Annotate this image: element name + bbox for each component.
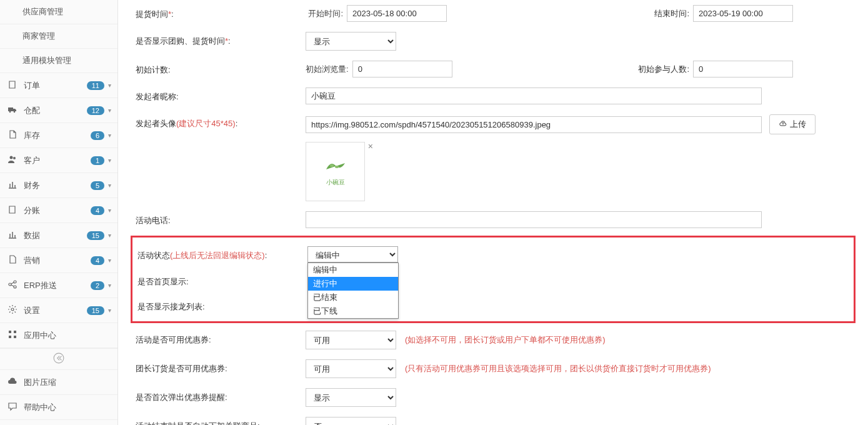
sidebar-item-order[interactable]: 订单 11 ▾ — [0, 73, 117, 98]
sidebar-badge: 5 — [91, 181, 104, 190]
row-coupon: 活动是否可用优惠券: 可用 (如选择不可用，团长订货或用户下单都不可使用优惠券) — [131, 326, 856, 354]
sidebar-item-label: 分账 — [24, 205, 91, 216]
label-sponsor-nick: 发起者昵称: — [131, 88, 306, 102]
label-init-views: 初始浏览量: — [306, 64, 349, 75]
init-participants-input[interactable] — [693, 61, 793, 78]
sidebar-badge: 15 — [87, 231, 104, 240]
end-time-input[interactable] — [693, 5, 793, 22]
first-popup-select[interactable]: 显示 — [306, 388, 396, 407]
sidebar-item-label: 设置 — [24, 305, 87, 316]
svg-point-7 — [11, 308, 14, 311]
chevron-down-icon: ▾ — [108, 132, 111, 139]
sidebar-item-label: 库存 — [24, 130, 91, 141]
sidebar-item-inventory[interactable]: 库存 6 ▾ — [0, 123, 117, 148]
users-icon — [7, 154, 19, 166]
svg-point-0 — [9, 111, 11, 113]
sidebar-badge: 11 — [87, 81, 104, 90]
svg-rect-10 — [9, 336, 11, 338]
chevron-down-icon: ▾ — [108, 232, 111, 239]
row-show-group-time: 是否显示团购、提货时间*: 显示 — [131, 27, 856, 56]
sidebar-item-finance[interactable]: 财务 5 ▾ — [0, 173, 117, 198]
sidebar-sub-common[interactable]: 通用模块管理 — [0, 49, 117, 73]
svg-point-3 — [13, 157, 16, 159]
show-group-select[interactable]: 显示 — [306, 32, 396, 51]
coupon-select[interactable]: 可用 — [306, 331, 396, 349]
status-dropdown-list: 编辑中 进行中 已结束 已下线 — [307, 262, 399, 319]
svg-point-1 — [14, 111, 16, 113]
label-start-time: 开始时间: — [306, 8, 343, 19]
sidebar-item-help[interactable]: 帮助中心 — [0, 395, 117, 420]
avatar-preview: × 小碗豆 — [306, 142, 365, 201]
svg-point-2 — [10, 156, 13, 159]
truck-icon — [7, 104, 19, 116]
chart-icon — [7, 179, 19, 191]
sidebar-item-split[interactable]: 分账 4 ▾ — [0, 198, 117, 223]
book-icon — [7, 79, 19, 91]
remove-image-icon[interactable]: × — [368, 141, 373, 151]
row-sponsor-avatar: 发起者头像(建议尺寸45*45): 上传 × 小碗豆 — [131, 109, 856, 206]
sidebar-item-label: 订单 — [24, 80, 87, 91]
label-leader-coupon: 团长订货是否可用优惠券: — [131, 359, 306, 374]
label-init-count: 初始计数: — [131, 61, 306, 76]
label-status: 活动状态(上线后无法回退编辑状态): — [132, 246, 307, 261]
chevron-down-icon: ▾ — [108, 82, 111, 89]
sidebar-sub-supplier[interactable]: 供应商管理 — [0, 0, 117, 24]
sidebar-badge: 1 — [91, 156, 104, 165]
sidebar-item-data[interactable]: 数据 15 ▾ — [0, 223, 117, 248]
chevron-down-icon: ▾ — [108, 157, 111, 164]
bean-logo-icon — [323, 156, 348, 175]
auto-off-select[interactable]: 否 — [306, 417, 396, 425]
row-is-home: 是否首页显示: — [132, 268, 854, 292]
gear-icon — [7, 304, 19, 316]
row-first-popup: 是否首次弹出优惠券提醒: 显示 — [131, 383, 856, 412]
sidebar-item-label: ERP推送 — [24, 280, 91, 291]
svg-point-4 — [14, 281, 16, 283]
status-option-ended[interactable]: 已结束 — [308, 291, 398, 304]
leader-coupon-hint: (只有活动可用优惠券可用且该选项选择可用，团长以供货价直接订货时才可用优惠券) — [405, 363, 711, 374]
sidebar-sub-merchant[interactable]: 商家管理 — [0, 24, 117, 49]
status-option-offline[interactable]: 已下线 — [308, 304, 398, 318]
sidebar-item-label: 应用中心 — [24, 330, 111, 341]
phone-input[interactable] — [306, 211, 762, 228]
init-views-input[interactable] — [352, 61, 452, 78]
chevron-down-icon: ▾ — [108, 257, 111, 264]
label-auto-off: 活动结束时是否自动下架关联商品: — [131, 417, 306, 425]
svg-point-6 — [14, 286, 16, 288]
sidebar-item-label: 帮助中心 — [24, 402, 111, 413]
svg-point-12 — [54, 353, 64, 363]
coupon-hint: (如选择不可用，团长订货或用户下单都不可使用优惠券) — [405, 334, 606, 346]
sidebar-item-warehouse[interactable]: 仓配 12 ▾ — [0, 98, 117, 123]
status-option-in-progress[interactable]: 进行中 — [308, 277, 398, 291]
label-phone: 活动电话: — [131, 211, 306, 226]
sponsor-avatar-input[interactable] — [306, 116, 762, 133]
start-time-input[interactable] — [347, 5, 447, 22]
sidebar-item-label: 客户 — [24, 155, 91, 166]
label-pickup-time: 提货时间*: — [131, 5, 306, 20]
status-option-editing[interactable]: 编辑中 — [308, 263, 398, 277]
svg-rect-11 — [14, 336, 16, 338]
label-end-time: 结束时间: — [654, 8, 689, 19]
sidebar-item-apps[interactable]: 应用中心 — [0, 323, 117, 348]
sidebar-badge: 2 — [91, 281, 104, 290]
upload-button[interactable]: 上传 — [769, 114, 816, 134]
leader-coupon-select[interactable]: 可用 — [306, 359, 396, 378]
svg-rect-9 — [14, 331, 16, 333]
sidebar-item-compress[interactable]: 图片压缩 — [0, 370, 117, 395]
sidebar-collapse-button[interactable] — [0, 348, 117, 370]
status-select[interactable]: 编辑中 — [307, 246, 398, 262]
sidebar-badge: 15 — [87, 306, 104, 315]
chevron-down-icon: ▾ — [108, 207, 111, 214]
sidebar-item-erp[interactable]: ERP推送 2 ▾ — [0, 273, 117, 298]
share-icon — [7, 279, 19, 291]
highlighted-section: 活动状态(上线后无法回退编辑状态): 编辑中 编辑中 进行中 已结束 已下线 是… — [131, 236, 856, 323]
file-icon — [7, 129, 19, 141]
sidebar-item-label: 仓配 — [24, 105, 87, 116]
row-leader-coupon: 团长订货是否可用优惠券: 可用 (只有活动可用优惠券可用且该选项选择可用，团长以… — [131, 354, 856, 383]
sponsor-nick-input[interactable] — [306, 88, 762, 104]
cloud-icon — [7, 376, 19, 388]
sidebar-item-customer[interactable]: 客户 1 ▾ — [0, 148, 117, 173]
row-is-dragon: 是否显示接龙列表: — [132, 292, 854, 318]
sidebar-item-settings[interactable]: 设置 15 ▾ — [0, 298, 117, 323]
sidebar-item-marketing[interactable]: 营销 4 ▾ — [0, 248, 117, 273]
sidebar-item-label: 图片压缩 — [24, 377, 111, 388]
